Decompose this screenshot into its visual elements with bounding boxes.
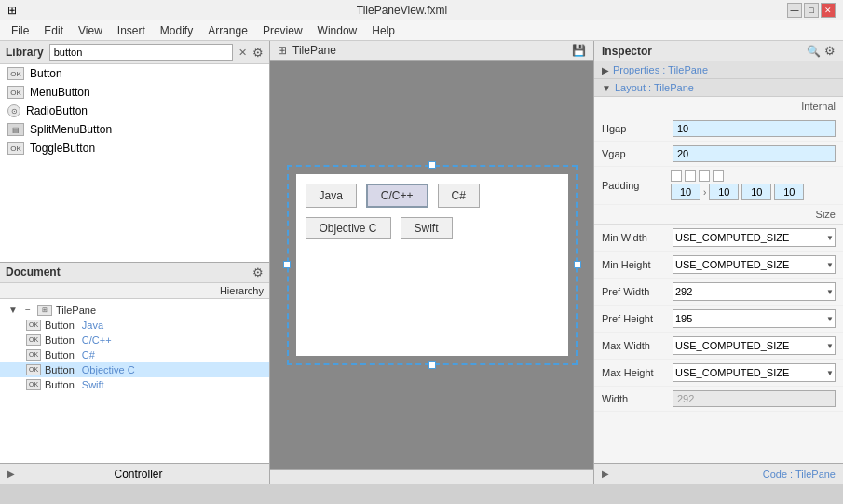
maximize-button[interactable]: □ <box>804 3 819 18</box>
document-section: Document ⚙ Hierarchy ▼ − ⊞ TilePane OK B… <box>0 263 269 464</box>
title-bar-controls: — □ ✕ <box>787 3 836 18</box>
controller-label: Controller <box>15 468 262 481</box>
canvas-btn-objective-c[interactable]: Objective C <box>306 217 391 239</box>
padding-checkbox-1[interactable] <box>671 170 682 182</box>
library-item-menubutton[interactable]: OK MenuButton <box>0 83 269 102</box>
inspector-panel: Inspector 🔍 ⚙ ▶ Properties : TilePane ▼ … <box>593 41 843 484</box>
tree-item-swift[interactable]: OK Button Swift <box>0 377 269 392</box>
tree-item-cpp[interactable]: OK Button C/C++ <box>0 333 269 347</box>
menu-preview[interactable]: Preview <box>255 22 310 39</box>
inspector-search-icon[interactable]: 🔍 <box>807 45 821 58</box>
canvas-btn-swift[interactable]: Swift <box>401 217 453 239</box>
close-button[interactable]: ✕ <box>821 3 836 18</box>
menu-arrange[interactable]: Arrange <box>200 22 255 39</box>
properties-section-header[interactable]: ▶ Properties : TilePane <box>594 61 843 79</box>
library-item-radiobutton[interactable]: ⊙ RadioButton <box>0 102 269 120</box>
pref-height-label: Pref Height <box>602 313 667 324</box>
tree-item-sublabel: C# <box>82 349 95 361</box>
pref-height-select[interactable]: 195 <box>673 309 836 328</box>
togglebutton-icon: OK <box>7 142 24 155</box>
max-width-row: Max Width USE_COMPUTED_SIZE ▼ <box>594 333 843 360</box>
hgap-label: Hgap <box>602 123 667 134</box>
handle-left[interactable] <box>283 261 291 268</box>
library-item-togglebutton[interactable]: OK ToggleButton <box>0 139 269 157</box>
layout-arrow-icon: ▼ <box>602 83 611 93</box>
library-item-splitmenubutton[interactable]: ▤ SplitMenuButton <box>0 120 269 139</box>
handle-right[interactable] <box>574 261 581 268</box>
library-item-label: RadioButton <box>26 104 88 117</box>
canvas-btn-java[interactable]: Java <box>306 184 357 208</box>
padding-right-input[interactable] <box>709 184 739 200</box>
button-ok-icon: OK <box>26 349 41 361</box>
properties-section-label: Properties : TilePane <box>613 64 708 75</box>
button-ok-icon: OK <box>26 334 41 346</box>
padding-checkbox-3[interactable] <box>699 170 710 182</box>
tree-minus-icon: − <box>22 305 34 316</box>
code-label: Code : TilePane <box>763 469 836 480</box>
vgap-input[interactable] <box>673 145 836 162</box>
padding-checkbox-4[interactable] <box>713 170 724 182</box>
min-height-select[interactable]: USE_COMPUTED_SIZE <box>673 255 836 274</box>
vgap-label: Vgap <box>602 148 667 159</box>
clear-search-icon[interactable]: ✕ <box>238 47 247 59</box>
hierarchy-bar: Hierarchy <box>0 283 269 299</box>
min-height-label: Min Height <box>602 259 667 270</box>
right-bottom-triangle-icon: ▶ <box>602 469 609 479</box>
minimize-button[interactable]: — <box>787 3 802 18</box>
canvas-title: TilePane <box>292 44 336 57</box>
pref-width-select[interactable]: 292 <box>673 282 836 301</box>
inspector-gear-icon[interactable]: ⚙ <box>824 44 836 58</box>
library-title: Library <box>6 46 44 59</box>
splitmenubutton-icon: ▤ <box>7 123 24 136</box>
canvas-btn-cpp[interactable]: C/C++ <box>366 184 428 208</box>
canvas-save-icon[interactable]: 💾 <box>572 44 586 57</box>
tree-item-csharp[interactable]: OK Button C# <box>0 347 269 362</box>
width-input[interactable] <box>673 390 836 407</box>
menu-window[interactable]: Window <box>310 22 365 39</box>
title-bar-left: ⊞ <box>7 4 17 17</box>
menu-insert[interactable]: Insert <box>110 22 153 39</box>
left-panel: Library ✕ ⚙ OK Button OK MenuButton ⊙ Ra… <box>0 41 270 484</box>
layout-section-header[interactable]: ▼ Layout : TilePane <box>594 79 843 97</box>
padding-label: Padding <box>602 180 667 191</box>
padding-left-input[interactable] <box>774 184 804 200</box>
min-width-row: Min Width USE_COMPUTED_SIZE ▼ <box>594 225 843 252</box>
tree-item-java[interactable]: OK Button Java <box>0 318 269 333</box>
canvas-btn-csharp[interactable]: C# <box>438 184 480 208</box>
menu-view[interactable]: View <box>71 22 110 39</box>
hgap-input[interactable] <box>673 120 836 137</box>
menu-edit[interactable]: Edit <box>36 22 71 39</box>
inspector-title: Inspector <box>602 45 652 58</box>
padding-inputs: › <box>671 184 836 200</box>
handle-bottom[interactable] <box>428 361 436 369</box>
center-scrollbar[interactable] <box>270 469 593 484</box>
width-row: Width <box>594 387 843 412</box>
inspector-body: ▶ Properties : TilePane ▼ Layout : TileP… <box>594 61 843 463</box>
library-item-label: SplitMenuButton <box>30 123 112 136</box>
max-height-select[interactable]: USE_COMPUTED_SIZE <box>673 363 836 382</box>
bottom-triangle-icon: ▶ <box>7 469 15 479</box>
library-search-input[interactable] <box>49 44 233 61</box>
handle-top[interactable] <box>428 161 436 169</box>
menu-help[interactable]: Help <box>364 22 402 39</box>
tree-item-sublabel: Objective C <box>82 364 135 375</box>
menu-modify[interactable]: Modify <box>153 22 200 39</box>
padding-bottom-input[interactable] <box>741 184 771 200</box>
padding-checkbox-2[interactable] <box>685 170 696 182</box>
library-item-button[interactable]: OK Button <box>0 64 269 83</box>
document-gear-icon[interactable]: ⚙ <box>252 266 264 279</box>
pref-height-row: Pref Height 195 ▼ <box>594 306 843 333</box>
button-ok-icon: OK <box>26 379 41 390</box>
library-gear-icon[interactable]: ⚙ <box>252 46 264 60</box>
padding-top-input[interactable] <box>671 184 700 200</box>
min-width-select[interactable]: USE_COMPUTED_SIZE <box>673 228 836 247</box>
title-bar: ⊞ TilePaneView.fxml — □ ✕ <box>0 0 843 20</box>
min-height-select-wrapper: USE_COMPUTED_SIZE ▼ <box>673 255 836 274</box>
canvas-area[interactable]: Java C/C++ C# Objective C Swift <box>270 61 593 469</box>
main-layout: Library ✕ ⚙ OK Button OK MenuButton ⊙ Ra… <box>0 41 843 484</box>
menu-file[interactable]: File <box>4 22 36 39</box>
tree-item-objective-c[interactable]: OK Button Objective C <box>0 362 269 377</box>
tilepane-icon: ⊞ <box>37 305 52 316</box>
tree-root[interactable]: ▼ − ⊞ TilePane <box>0 303 269 318</box>
max-width-select[interactable]: USE_COMPUTED_SIZE <box>673 336 836 355</box>
